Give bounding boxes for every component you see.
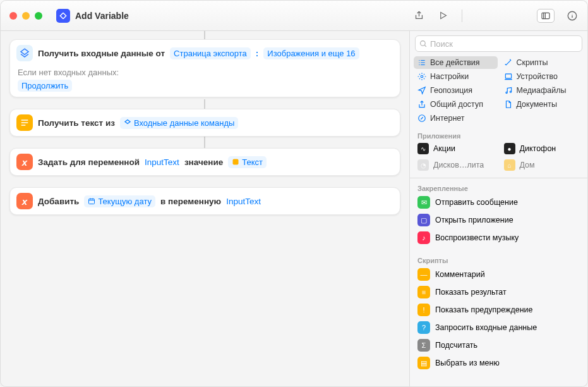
close-window-button[interactable]: [9, 12, 17, 20]
continue-chip[interactable]: Продолжить: [18, 80, 72, 92]
titlebar: Add Variable: [1, 1, 587, 31]
category-wand[interactable]: Скрипты: [500, 56, 584, 69]
app-icon: ◔: [417, 159, 429, 171]
run-button[interactable]: [436, 9, 449, 22]
value-chip[interactable]: Текст: [228, 156, 267, 168]
variable-icon: x: [16, 193, 33, 209]
category-list[interactable]: Все действия: [414, 56, 498, 69]
app-item[interactable]: ●Диктофон: [500, 141, 584, 156]
svg-point-5: [421, 75, 423, 78]
action-mid-label: в переменную: [160, 197, 221, 206]
action-card-get-text[interactable]: Получить текст из Входные данные команды: [9, 109, 400, 137]
action-icon: !: [417, 304, 430, 316]
action-label: Добавить: [38, 197, 79, 206]
apps-section-header: Приложения: [410, 128, 587, 141]
search-icon: [419, 40, 428, 48]
share-icon: [417, 100, 426, 109]
shortcut-title: Add Variable: [75, 11, 129, 21]
pinned-action[interactable]: ✉Отправить сообщение: [410, 194, 587, 211]
app-window: Add Variable: [0, 0, 588, 387]
action-icon: ?: [417, 321, 430, 334]
category-device[interactable]: Устройство: [500, 70, 584, 83]
share-button[interactable]: [412, 9, 425, 22]
action-icon: —: [417, 268, 430, 281]
input-icon: [16, 45, 33, 61]
svg-rect-2: [233, 159, 239, 165]
action-icon: Σ: [417, 339, 430, 352]
action-label: Задать для переменной: [38, 157, 140, 167]
app-item[interactable]: ⌂Дом: [500, 157, 584, 173]
app-item[interactable]: ∿Акции: [414, 141, 498, 156]
variable-name[interactable]: InputText: [226, 197, 261, 206]
search-box[interactable]: [415, 35, 582, 52]
pinned-action[interactable]: ▢Открыть приложение: [410, 211, 587, 229]
doc-icon: [504, 100, 513, 109]
device-icon: [504, 72, 513, 81]
action-card-input[interactable]: Получить входные данные от Страница эксп…: [9, 39, 400, 97]
script-action[interactable]: ?Запросить входные данные: [410, 319, 587, 336]
traffic-lights: [9, 12, 42, 20]
variable-name[interactable]: InputText: [145, 157, 179, 167]
list-icon: [417, 58, 426, 67]
nav-icon: [417, 86, 426, 95]
script-action[interactable]: —Комментарий: [410, 266, 587, 283]
script-action[interactable]: ΣПодсчитать: [410, 336, 587, 354]
category-safari[interactable]: Интернет: [414, 112, 498, 125]
date-chip[interactable]: Текущую дату: [84, 195, 155, 207]
input-variable-chip[interactable]: Входные данные команды: [120, 117, 238, 129]
gear-icon: [417, 72, 426, 81]
category-nav[interactable]: Геопозиция: [414, 84, 498, 97]
workflow-canvas[interactable]: Получить входные данные от Страница эксп…: [1, 31, 409, 386]
no-input-label: Если нет входных данных:: [18, 68, 119, 77]
action-icon: ≡: [417, 286, 430, 298]
app-item[interactable]: ◔Дисков…лита: [414, 157, 498, 173]
action-card-set-variable[interactable]: x Задать для переменной InputText значен…: [9, 148, 400, 176]
category-music[interactable]: Медиафайлы: [500, 84, 584, 97]
library-toggle-button[interactable]: [537, 9, 555, 23]
script-action[interactable]: !Показать предупреждение: [410, 301, 587, 319]
category-doc[interactable]: Документы: [500, 98, 584, 111]
action-icon: ✉: [417, 196, 430, 209]
zoom-window-button[interactable]: [35, 12, 42, 20]
shortcut-app-icon: [56, 9, 70, 23]
action-mid-label: значение: [184, 157, 223, 167]
search-input[interactable]: [430, 39, 578, 49]
action-icon: ▢: [417, 214, 430, 226]
svg-rect-6: [505, 74, 511, 78]
category-share[interactable]: Общий доступ: [414, 98, 498, 111]
connector-line: [204, 136, 205, 149]
text-icon: [16, 114, 33, 131]
app-icon: ⌂: [504, 159, 515, 171]
action-icon: ▤: [417, 357, 430, 369]
svg-point-4: [421, 40, 426, 46]
actions-sidebar: Все действияСкриптыНастройкиУстройствоГе…: [409, 31, 587, 386]
minimize-window-button[interactable]: [22, 12, 30, 20]
svg-rect-0: [542, 13, 549, 18]
safari-icon: [417, 114, 426, 123]
scripts-section-header: Скрипты: [410, 253, 587, 266]
script-action[interactable]: ≡Показать результат: [410, 283, 587, 301]
music-icon: [504, 86, 513, 95]
info-button[interactable]: [566, 9, 579, 22]
app-icon: ∿: [417, 143, 429, 154]
action-icon: ♪: [417, 231, 430, 244]
app-icon: ●: [504, 143, 515, 154]
variable-icon: x: [16, 154, 33, 170]
pinned-action[interactable]: ♪Воспроизвести музыку: [410, 229, 587, 247]
script-action[interactable]: ▤Выбрать из меню: [410, 354, 587, 372]
action-card-add-variable[interactable]: x Добавить Текущую дату в переменную Inp…: [9, 187, 400, 215]
category-gear[interactable]: Настройки: [414, 70, 498, 83]
action-label: Получить входные данные от: [38, 49, 165, 58]
svg-rect-3: [89, 199, 95, 204]
input-source-chip[interactable]: Страница экспорта: [170, 47, 251, 59]
divider: [410, 178, 587, 178]
input-types-chip[interactable]: Изображения и еще 16: [263, 47, 359, 59]
wand-icon: [504, 58, 513, 67]
action-label: Получить текст из: [38, 118, 115, 128]
pinned-section-header: Закрепленные: [410, 181, 587, 194]
